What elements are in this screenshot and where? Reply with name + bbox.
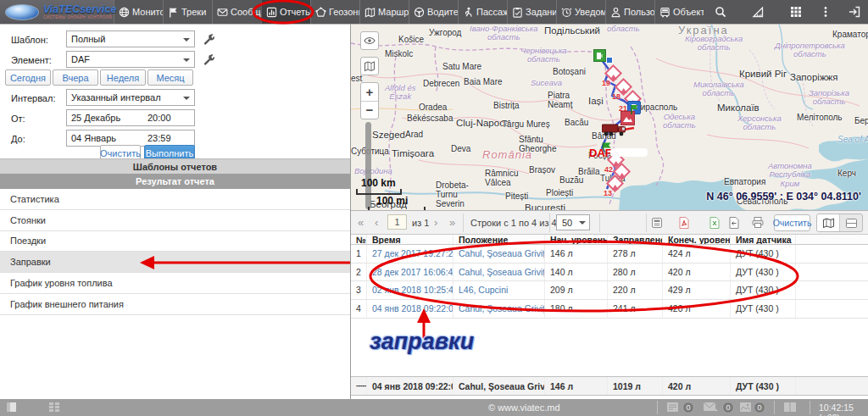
messages-status-icon[interactable] [703,402,718,414]
export-file-icon[interactable] [726,215,742,230]
nav-item-9[interactable]: Задания [507,0,556,24]
report-view-icon[interactable] [649,215,665,230]
more-button[interactable] [814,0,837,24]
nav-item-3[interactable]: Сообщения [212,0,261,24]
table-clear-button[interactable]: Очистить [774,214,810,231]
export-pdf-icon[interactable] [676,215,692,230]
template-wrench-icon[interactable] [203,33,215,45]
nav-item-10[interactable]: Уведомления [556,0,605,24]
measure-button[interactable] [737,0,778,24]
panel-toggle-icon[interactable] [6,402,17,414]
nav-item-8[interactable]: Пассажиры [458,0,507,24]
page-first-button[interactable]: « [358,216,364,229]
layers-button[interactable] [360,57,379,75]
map-label: Мелітополь [797,113,843,122]
zoom-out-button[interactable]: − [361,102,378,119]
result-item[interactable]: Поездки [0,231,350,252]
redacted-smudge [610,148,648,157]
map-label: București [525,202,565,211]
result-item[interactable]: Статистика [0,189,350,210]
result-item[interactable]: График внешнего питания [0,294,350,315]
cell: 02 янв 2018 10:25:41 [367,281,453,299]
page-prev-button[interactable]: ‹ [375,216,378,229]
table-row[interactable]: 127 дек 2017 19:27:27Cahul, Şoseaua Griv… [351,245,868,263]
map-label: Miskolc [385,49,413,58]
logo-subtitle: СИСТЕМЫ ОНЛАЙН КОНТРОЛЯ [43,16,116,20]
cursor-coordinates: N 46° 06.9559' : E 034° 04.8110' [706,191,861,202]
page-size-select[interactable]: 50 [556,214,590,230]
map-label: Békéscsaba [407,114,453,123]
nav-item-1[interactable]: Мониторинг [114,0,163,24]
cell: 140 л [545,263,608,281]
to-date-input[interactable]: 04 Январь23:59 [66,130,195,147]
element-wrench-icon[interactable] [203,53,215,65]
from-date-input[interactable]: 25 Декабрь20:00 [66,109,195,126]
diamond-marker[interactable] [607,67,620,80]
table-row[interactable]: 302 янв 2018 10:25:41L46, Cupcini209 л22… [351,281,868,300]
template-select[interactable]: Полный [66,31,195,47]
map-label: Piatra Neamț [548,91,572,109]
interval-select[interactable]: Указанный интервал [66,89,195,106]
map-label: est [351,74,362,83]
fuel-marker[interactable] [593,49,606,62]
nav-item-6[interactable]: Маршруты [359,0,409,24]
result-list: СтатистикаСтоянкиПоездкиЗаправкиГрафик у… [0,189,350,315]
period-неделя[interactable]: Неделя [100,69,146,86]
nav-item-2[interactable]: Треки [163,0,212,24]
zoom-in-button[interactable]: + [361,83,378,102]
truck-marker[interactable] [602,123,627,139]
export-excel-icon[interactable] [707,215,722,230]
search-button[interactable] [704,0,737,24]
eye-button[interactable] [360,31,379,50]
images-status-icon[interactable] [739,402,752,414]
map-label: Botoșani [553,67,586,76]
map-label: Bacău [565,118,588,127]
column-header: Нач. уровень [545,235,608,244]
page-number-input[interactable]: 1 [387,214,407,230]
nav-item-11[interactable]: Пользователи [605,0,654,24]
page-last-button[interactable]: » [449,216,455,229]
period-вчера[interactable]: Вчера [53,69,98,86]
map-label: Војводина [354,167,392,175]
pin-marker[interactable] [606,57,613,64]
result-item[interactable]: График уровня топлива [0,273,350,294]
element-select[interactable]: DAF [66,51,195,68]
exit-button[interactable] [837,0,868,24]
grid-toggle-icon[interactable] [48,402,60,414]
section-result[interactable]: Результат отчета [0,174,350,189]
diamond-marker[interactable] [609,177,621,190]
period-месяц[interactable]: Месяц [147,69,193,86]
cell: 1 [351,245,367,263]
reports-status-icon[interactable] [666,402,679,414]
nav-item-4[interactable]: Отчеты [261,0,310,24]
marker-number: 42 [604,165,613,174]
column-header: Положение [453,235,545,244]
map-view-button[interactable] [817,214,840,231]
split-view-button[interactable] [840,214,862,231]
diamond-marker[interactable] [617,80,630,93]
nav-item-5[interactable]: Геозоны [310,0,359,24]
result-item[interactable]: Стоянки [0,210,350,231]
apps-button[interactable] [778,0,814,24]
cell: 429 л [663,281,731,299]
print-icon[interactable] [750,215,765,230]
summary-cell: 420 л [663,377,731,395]
column-header: № [351,235,367,244]
page-next-button[interactable]: › [434,216,437,229]
table-row[interactable]: 228 дек 2017 16:06:47Cahul, Şoseaua Griv… [351,263,868,282]
section-templates[interactable]: Шаблоны отчетов [0,158,350,174]
map-label: Suceava [531,79,562,87]
column-header: Имя датчика [731,235,796,244]
cell: ДУТ (430 ) [731,300,796,318]
cell: Cahul, Şoseaua Griviţei [453,300,545,318]
cell: 04 янв 2018 09:22:05 [367,300,453,318]
nav-item-12[interactable]: Объекты [654,0,704,24]
period-сегодня[interactable]: Сегодня [5,69,51,86]
book-status-icon[interactable] [783,402,797,414]
element-label: Элемент: [11,55,52,65]
cell [796,281,868,299]
map[interactable]: KošiceУжгородMiskolcSatu MareDebrecenBai… [351,25,868,211]
table-row[interactable]: 404 янв 2018 09:22:05Cahul, Şoseaua Griv… [351,300,868,319]
nav-item-7[interactable]: Водители [409,0,458,24]
result-item[interactable]: Заправки [0,252,350,273]
